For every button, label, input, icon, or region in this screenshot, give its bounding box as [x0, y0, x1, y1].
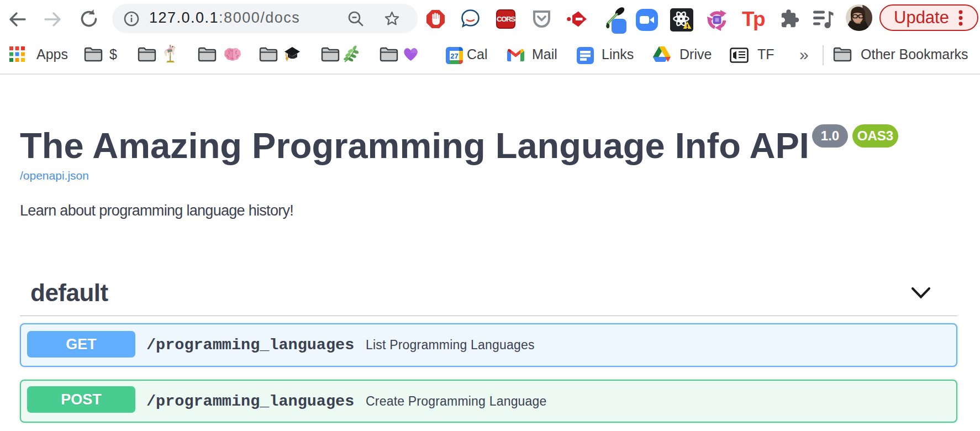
svg-text:27: 27 — [450, 52, 458, 60]
